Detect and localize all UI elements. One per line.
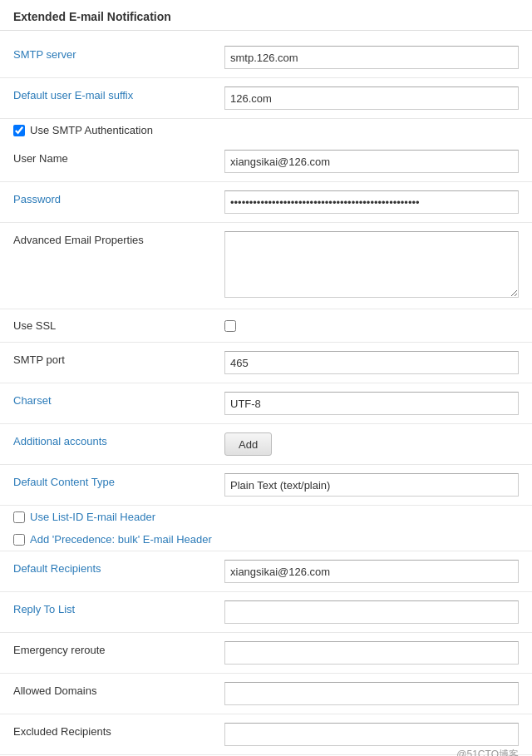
charset-input[interactable] [224, 392, 519, 415]
default-recipients-control [224, 556, 532, 586]
reply-to-list-control [224, 597, 532, 627]
add-precedence-checkbox[interactable] [13, 534, 25, 546]
password-label: Password [0, 187, 224, 212]
additional-accounts-control: Add [224, 429, 532, 459]
password-input[interactable] [224, 190, 519, 214]
default-content-type-row: Default Content Type Plain Text (text/pl… [0, 465, 532, 505]
charset-control [224, 388, 532, 418]
reply-to-list-label: Reply To List [0, 597, 224, 622]
allowed-domains-label: Allowed Domains [0, 679, 224, 704]
smtp-port-input[interactable] [224, 351, 519, 374]
emergency-reroute-label: Emergency reroute [0, 638, 224, 663]
smtp-auth-row: Use SMTP Authentication [0, 119, 532, 141]
reply-to-list-input[interactable] [224, 600, 519, 624]
smtp-server-label: SMTP server [0, 42, 224, 67]
allowed-domains-input[interactable] [224, 682, 519, 705]
allowed-domains-row: Allowed Domains [0, 674, 532, 714]
excluded-recipients-row: Excluded Recipients [0, 714, 532, 754]
smtp-server-control [224, 42, 532, 72]
use-list-id-row: Use List-ID E-mail Header [0, 506, 532, 528]
charset-label: Charset [0, 388, 224, 413]
username-label: User Name [0, 146, 224, 171]
username-row: User Name [0, 141, 532, 181]
reply-to-list-row: Reply To List [0, 592, 532, 632]
add-precedence-row: Add 'Precedence: bulk' E-mail Header [0, 528, 532, 551]
default-recipients-input[interactable] [224, 560, 519, 583]
use-list-id-label: Use List-ID E-mail Header [30, 511, 155, 523]
excluded-recipients-input[interactable] [224, 723, 519, 746]
page-container: Extended E-mail Notification SMTP server… [0, 0, 532, 756]
smtp-auth-checkbox[interactable] [13, 125, 25, 136]
username-control [224, 146, 532, 176]
emergency-reroute-input[interactable] [224, 641, 519, 665]
smtp-server-row: SMTP server [0, 37, 532, 77]
use-ssl-row: Use SSL [0, 309, 532, 342]
advanced-email-row: Advanced Email Properties [0, 223, 532, 309]
form-body: SMTP server Default user E-mail suffix U… [0, 31, 532, 756]
smtp-port-label: SMTP port [0, 348, 224, 373]
use-list-id-checkbox[interactable] [13, 511, 25, 523]
advanced-email-textarea[interactable] [224, 231, 519, 298]
default-recipients-row: Default Recipients [0, 551, 532, 591]
smtp-auth-label: Use SMTP Authentication [30, 124, 153, 136]
use-ssl-control [224, 317, 532, 335]
charset-row: Charset [0, 383, 532, 423]
excluded-recipients-label: Excluded Recipients [0, 719, 224, 744]
email-suffix-control [224, 83, 532, 113]
use-ssl-label: Use SSL [0, 314, 224, 337]
add-precedence-label: Add 'Precedence: bulk' E-mail Header [30, 533, 212, 546]
content-type-display[interactable]: Plain Text (text/plain) [224, 473, 519, 497]
additional-accounts-label: Additional accounts [0, 429, 224, 454]
emergency-reroute-row: Emergency reroute [0, 633, 532, 673]
watermark: @51CTO博客 [456, 748, 519, 756]
password-control [224, 187, 532, 217]
use-ssl-checkbox[interactable] [224, 320, 236, 332]
smtp-server-input[interactable] [224, 46, 519, 69]
advanced-email-label: Advanced Email Properties [0, 228, 224, 253]
smtp-port-control [224, 348, 532, 378]
password-row: Password [0, 182, 532, 222]
allowed-domains-control [224, 679, 532, 709]
smtp-port-row: SMTP port [0, 343, 532, 383]
email-suffix-input[interactable] [224, 86, 519, 110]
excluded-recipients-control [224, 719, 532, 749]
email-suffix-label: Default user E-mail suffix [0, 83, 224, 108]
section-title: Extended E-mail Notification [0, 0, 532, 31]
emergency-reroute-control [224, 638, 532, 668]
additional-accounts-row: Additional accounts Add [0, 424, 532, 464]
default-recipients-label: Default Recipients [0, 556, 224, 581]
default-content-type-control: Plain Text (text/plain) [224, 470, 532, 500]
default-content-type-label: Default Content Type [0, 470, 224, 495]
username-input[interactable] [224, 150, 519, 173]
email-suffix-row: Default user E-mail suffix [0, 78, 532, 118]
advanced-email-control [224, 228, 532, 304]
add-button[interactable]: Add [224, 432, 272, 456]
